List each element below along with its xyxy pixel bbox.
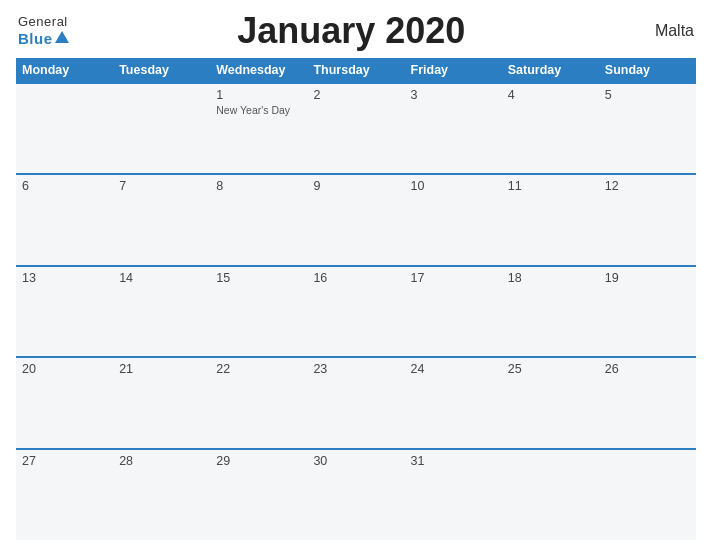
- day-number: 13: [22, 271, 107, 285]
- calendar-cell: 7: [113, 174, 210, 265]
- calendar-week-4: 20212223242526: [16, 357, 696, 448]
- day-number: 22: [216, 362, 301, 376]
- calendar-week-5: 2728293031: [16, 449, 696, 540]
- calendar-cell: 18: [502, 266, 599, 357]
- calendar-cell: 24: [405, 357, 502, 448]
- logo-blue-text: Blue: [18, 30, 53, 48]
- logo-triangle-icon: [55, 31, 69, 43]
- day-number: 9: [313, 179, 398, 193]
- calendar-cell: [113, 83, 210, 174]
- day-number: 12: [605, 179, 690, 193]
- weekday-header-sunday: Sunday: [599, 58, 696, 83]
- country-label: Malta: [634, 22, 694, 40]
- weekday-header-monday: Monday: [16, 58, 113, 83]
- calendar-cell: 12: [599, 174, 696, 265]
- calendar-cell: 30: [307, 449, 404, 540]
- logo-general-text: General: [18, 14, 68, 30]
- calendar-cell: 2: [307, 83, 404, 174]
- day-number: 30: [313, 454, 398, 468]
- calendar-cell: 21: [113, 357, 210, 448]
- day-number: 16: [313, 271, 398, 285]
- day-number: 29: [216, 454, 301, 468]
- holiday-label: New Year's Day: [216, 104, 301, 118]
- calendar-page: General Blue January 2020 Malta MondayTu…: [0, 0, 712, 550]
- calendar-week-1: 1New Year's Day2345: [16, 83, 696, 174]
- calendar-cell: 1New Year's Day: [210, 83, 307, 174]
- calendar-cell: 15: [210, 266, 307, 357]
- calendar-header: General Blue January 2020 Malta: [16, 10, 696, 52]
- calendar-cell: 4: [502, 83, 599, 174]
- calendar-cell: 3: [405, 83, 502, 174]
- calendar-cell: 20: [16, 357, 113, 448]
- weekday-header-saturday: Saturday: [502, 58, 599, 83]
- calendar-week-2: 6789101112: [16, 174, 696, 265]
- calendar-cell: 17: [405, 266, 502, 357]
- day-number: 31: [411, 454, 496, 468]
- day-number: 24: [411, 362, 496, 376]
- day-number: 6: [22, 179, 107, 193]
- calendar-cell: [502, 449, 599, 540]
- day-number: 14: [119, 271, 204, 285]
- day-number: 23: [313, 362, 398, 376]
- day-number: 27: [22, 454, 107, 468]
- calendar-cell: [16, 83, 113, 174]
- calendar-cell: 5: [599, 83, 696, 174]
- day-number: 3: [411, 88, 496, 102]
- calendar-cell: 6: [16, 174, 113, 265]
- day-number: 2: [313, 88, 398, 102]
- calendar-cell: 27: [16, 449, 113, 540]
- day-number: 5: [605, 88, 690, 102]
- day-number: 1: [216, 88, 301, 102]
- calendar-cell: 29: [210, 449, 307, 540]
- calendar-cell: 31: [405, 449, 502, 540]
- month-title: January 2020: [69, 10, 634, 52]
- calendar-cell: 16: [307, 266, 404, 357]
- calendar-table: MondayTuesdayWednesdayThursdayFridaySatu…: [16, 58, 696, 540]
- day-number: 26: [605, 362, 690, 376]
- day-number: 21: [119, 362, 204, 376]
- weekday-header-tuesday: Tuesday: [113, 58, 210, 83]
- day-number: 15: [216, 271, 301, 285]
- calendar-cell: 11: [502, 174, 599, 265]
- calendar-cell: 9: [307, 174, 404, 265]
- day-number: 19: [605, 271, 690, 285]
- day-number: 20: [22, 362, 107, 376]
- day-number: 25: [508, 362, 593, 376]
- calendar-cell: 23: [307, 357, 404, 448]
- calendar-header-row: MondayTuesdayWednesdayThursdayFridaySatu…: [16, 58, 696, 83]
- weekday-header-friday: Friday: [405, 58, 502, 83]
- calendar-cell: 13: [16, 266, 113, 357]
- weekday-header-wednesday: Wednesday: [210, 58, 307, 83]
- calendar-cell: 19: [599, 266, 696, 357]
- calendar-cell: 14: [113, 266, 210, 357]
- calendar-cell: 22: [210, 357, 307, 448]
- calendar-cell: 26: [599, 357, 696, 448]
- day-number: 4: [508, 88, 593, 102]
- day-number: 18: [508, 271, 593, 285]
- day-number: 17: [411, 271, 496, 285]
- day-number: 10: [411, 179, 496, 193]
- calendar-cell: 10: [405, 174, 502, 265]
- calendar-cell: 28: [113, 449, 210, 540]
- day-number: 8: [216, 179, 301, 193]
- weekday-header-thursday: Thursday: [307, 58, 404, 83]
- day-number: 28: [119, 454, 204, 468]
- day-number: 11: [508, 179, 593, 193]
- calendar-cell: 25: [502, 357, 599, 448]
- day-number: 7: [119, 179, 204, 193]
- calendar-body: 1New Year's Day2345678910111213141516171…: [16, 83, 696, 540]
- logo: General Blue: [18, 14, 69, 48]
- calendar-cell: 8: [210, 174, 307, 265]
- calendar-week-3: 13141516171819: [16, 266, 696, 357]
- calendar-cell: [599, 449, 696, 540]
